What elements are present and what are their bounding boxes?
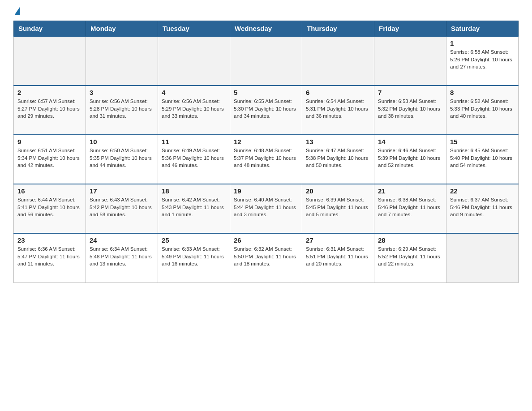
- day-info: Sunrise: 6:33 AM Sunset: 5:49 PM Dayligh…: [162, 245, 226, 268]
- day-info: Sunrise: 6:57 AM Sunset: 5:27 PM Dayligh…: [17, 98, 82, 120]
- week-row-3: 9Sunrise: 6:51 AM Sunset: 5:34 PM Daylig…: [14, 135, 519, 184]
- calendar-cell: 19Sunrise: 6:40 AM Sunset: 5:44 PM Dayli…: [230, 184, 302, 233]
- calendar-cell: 5Sunrise: 6:55 AM Sunset: 5:30 PM Daylig…: [230, 86, 302, 135]
- calendar-table: SundayMondayTuesdayWednesdayThursdayFrid…: [13, 21, 519, 283]
- day-number: 18: [162, 187, 226, 195]
- logo: [13, 9, 20, 13]
- day-info: Sunrise: 6:52 AM Sunset: 5:33 PM Dayligh…: [450, 98, 515, 120]
- day-number: 13: [306, 138, 370, 146]
- day-info: Sunrise: 6:50 AM Sunset: 5:35 PM Dayligh…: [90, 147, 154, 169]
- day-number: 19: [234, 187, 298, 195]
- day-info: Sunrise: 6:43 AM Sunset: 5:42 PM Dayligh…: [90, 196, 154, 218]
- weekday-header-friday: Friday: [374, 21, 446, 37]
- calendar-cell: 3Sunrise: 6:56 AM Sunset: 5:28 PM Daylig…: [86, 86, 158, 135]
- calendar-cell: 18Sunrise: 6:42 AM Sunset: 5:43 PM Dayli…: [158, 184, 230, 233]
- day-info: Sunrise: 6:39 AM Sunset: 5:45 PM Dayligh…: [306, 196, 370, 218]
- week-row-2: 2Sunrise: 6:57 AM Sunset: 5:27 PM Daylig…: [14, 86, 519, 135]
- day-info: Sunrise: 6:45 AM Sunset: 5:40 PM Dayligh…: [450, 147, 515, 169]
- logo-triangle-icon: [14, 7, 20, 15]
- calendar-cell: 9Sunrise: 6:51 AM Sunset: 5:34 PM Daylig…: [14, 135, 86, 184]
- day-number: 24: [90, 236, 154, 244]
- day-info: Sunrise: 6:58 AM Sunset: 5:26 PM Dayligh…: [450, 48, 515, 71]
- day-info: Sunrise: 6:34 AM Sunset: 5:48 PM Dayligh…: [90, 245, 154, 268]
- calendar-cell: 16Sunrise: 6:44 AM Sunset: 5:41 PM Dayli…: [14, 184, 86, 233]
- day-number: 9: [17, 138, 82, 146]
- day-number: 21: [378, 187, 442, 195]
- day-info: Sunrise: 6:36 AM Sunset: 5:47 PM Dayligh…: [17, 245, 82, 268]
- calendar-cell: 26Sunrise: 6:32 AM Sunset: 5:50 PM Dayli…: [230, 233, 302, 283]
- day-number: 11: [162, 138, 226, 146]
- calendar-cell: [374, 36, 446, 86]
- calendar-cell: 24Sunrise: 6:34 AM Sunset: 5:48 PM Dayli…: [86, 233, 158, 283]
- calendar-cell: 10Sunrise: 6:50 AM Sunset: 5:35 PM Dayli…: [86, 135, 158, 184]
- day-number: 27: [306, 236, 370, 244]
- day-info: Sunrise: 6:54 AM Sunset: 5:31 PM Dayligh…: [306, 98, 370, 120]
- calendar-cell: 1Sunrise: 6:58 AM Sunset: 5:26 PM Daylig…: [446, 36, 519, 86]
- calendar-cell: 14Sunrise: 6:46 AM Sunset: 5:39 PM Dayli…: [374, 135, 446, 184]
- calendar-cell: [302, 36, 374, 86]
- day-number: 4: [162, 89, 226, 96]
- calendar-cell: 12Sunrise: 6:48 AM Sunset: 5:37 PM Dayli…: [230, 135, 302, 184]
- calendar-cell: 27Sunrise: 6:31 AM Sunset: 5:51 PM Dayli…: [302, 233, 374, 283]
- week-row-4: 16Sunrise: 6:44 AM Sunset: 5:41 PM Dayli…: [14, 184, 519, 233]
- calendar-cell: 15Sunrise: 6:45 AM Sunset: 5:40 PM Dayli…: [446, 135, 519, 184]
- calendar-cell: [158, 36, 230, 86]
- calendar-cell: [230, 36, 302, 86]
- day-info: Sunrise: 6:37 AM Sunset: 5:46 PM Dayligh…: [450, 196, 515, 218]
- weekday-header-sunday: Sunday: [14, 21, 86, 37]
- calendar-cell: 21Sunrise: 6:38 AM Sunset: 5:46 PM Dayli…: [374, 184, 446, 233]
- calendar-cell: 25Sunrise: 6:33 AM Sunset: 5:49 PM Dayli…: [158, 233, 230, 283]
- calendar-cell: 28Sunrise: 6:29 AM Sunset: 5:52 PM Dayli…: [374, 233, 446, 283]
- calendar-cell: 20Sunrise: 6:39 AM Sunset: 5:45 PM Dayli…: [302, 184, 374, 233]
- calendar-cell: 7Sunrise: 6:53 AM Sunset: 5:32 PM Daylig…: [374, 86, 446, 135]
- day-number: 23: [17, 236, 82, 244]
- day-info: Sunrise: 6:38 AM Sunset: 5:46 PM Dayligh…: [378, 196, 442, 218]
- day-number: 14: [378, 138, 442, 146]
- page-header: [13, 9, 519, 13]
- calendar-cell: 8Sunrise: 6:52 AM Sunset: 5:33 PM Daylig…: [446, 86, 519, 135]
- calendar-cell: 11Sunrise: 6:49 AM Sunset: 5:36 PM Dayli…: [158, 135, 230, 184]
- weekday-header-thursday: Thursday: [302, 21, 374, 37]
- day-number: 2: [17, 89, 82, 96]
- week-row-5: 23Sunrise: 6:36 AM Sunset: 5:47 PM Dayli…: [14, 233, 519, 283]
- day-info: Sunrise: 6:29 AM Sunset: 5:52 PM Dayligh…: [378, 245, 442, 268]
- day-number: 25: [162, 236, 226, 244]
- weekday-header-row: SundayMondayTuesdayWednesdayThursdayFrid…: [14, 21, 519, 37]
- day-info: Sunrise: 6:53 AM Sunset: 5:32 PM Dayligh…: [378, 98, 442, 120]
- weekday-header-tuesday: Tuesday: [158, 21, 230, 37]
- calendar-cell: [446, 233, 519, 283]
- day-number: 20: [306, 187, 370, 195]
- day-number: 26: [234, 236, 298, 244]
- day-info: Sunrise: 6:48 AM Sunset: 5:37 PM Dayligh…: [234, 147, 298, 169]
- day-number: 5: [234, 89, 298, 96]
- day-number: 8: [450, 89, 515, 96]
- day-info: Sunrise: 6:51 AM Sunset: 5:34 PM Dayligh…: [17, 147, 82, 169]
- day-number: 6: [306, 89, 370, 96]
- day-number: 28: [378, 236, 442, 244]
- day-number: 16: [17, 187, 82, 195]
- day-info: Sunrise: 6:31 AM Sunset: 5:51 PM Dayligh…: [306, 245, 370, 268]
- day-number: 1: [450, 39, 515, 47]
- day-info: Sunrise: 6:56 AM Sunset: 5:28 PM Dayligh…: [90, 98, 154, 120]
- calendar-cell: 2Sunrise: 6:57 AM Sunset: 5:27 PM Daylig…: [14, 86, 86, 135]
- day-number: 3: [90, 89, 154, 96]
- calendar-cell: 17Sunrise: 6:43 AM Sunset: 5:42 PM Dayli…: [86, 184, 158, 233]
- day-number: 22: [450, 187, 515, 195]
- day-info: Sunrise: 6:40 AM Sunset: 5:44 PM Dayligh…: [234, 196, 298, 218]
- calendar-cell: [86, 36, 158, 86]
- calendar-cell: [14, 36, 86, 86]
- day-number: 10: [90, 138, 154, 146]
- weekday-header-monday: Monday: [86, 21, 158, 37]
- week-row-1: 1Sunrise: 6:58 AM Sunset: 5:26 PM Daylig…: [14, 36, 519, 86]
- day-number: 7: [378, 89, 442, 96]
- calendar-cell: 23Sunrise: 6:36 AM Sunset: 5:47 PM Dayli…: [14, 233, 86, 283]
- day-info: Sunrise: 6:49 AM Sunset: 5:36 PM Dayligh…: [162, 147, 226, 169]
- calendar-cell: 22Sunrise: 6:37 AM Sunset: 5:46 PM Dayli…: [446, 184, 519, 233]
- day-info: Sunrise: 6:55 AM Sunset: 5:30 PM Dayligh…: [234, 98, 298, 120]
- calendar-cell: 6Sunrise: 6:54 AM Sunset: 5:31 PM Daylig…: [302, 86, 374, 135]
- day-number: 12: [234, 138, 298, 146]
- day-info: Sunrise: 6:42 AM Sunset: 5:43 PM Dayligh…: [162, 196, 226, 218]
- day-info: Sunrise: 6:56 AM Sunset: 5:29 PM Dayligh…: [162, 98, 226, 120]
- calendar-cell: 13Sunrise: 6:47 AM Sunset: 5:38 PM Dayli…: [302, 135, 374, 184]
- weekday-header-wednesday: Wednesday: [230, 21, 302, 37]
